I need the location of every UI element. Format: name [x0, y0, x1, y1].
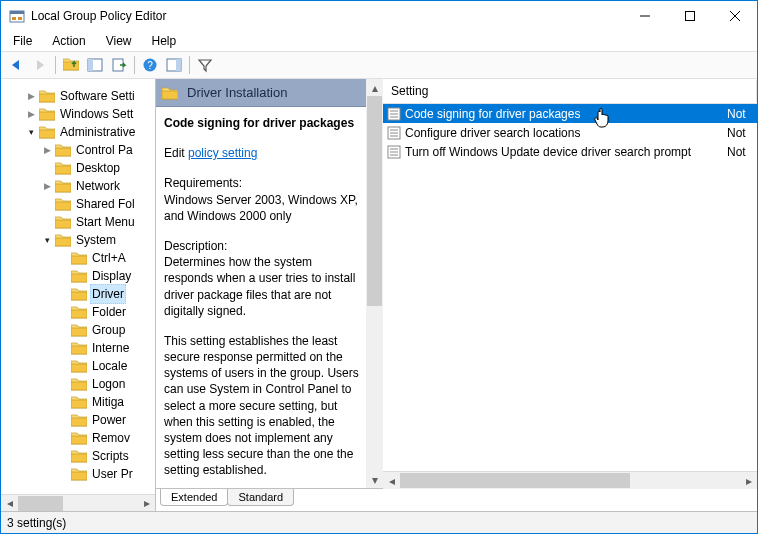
expander-icon[interactable]: ▾: [25, 126, 38, 139]
tree-item[interactable]: ▶Network: [1, 177, 155, 195]
tree-item[interactable]: Shared Fol: [1, 195, 155, 213]
expander-icon[interactable]: [57, 432, 70, 445]
close-button[interactable]: [712, 2, 757, 31]
menu-action[interactable]: Action: [44, 32, 93, 50]
show-hide-tree-button[interactable]: [84, 54, 106, 76]
body: ▶Software Setti▶Windows Sett▾Administrat…: [1, 79, 757, 511]
expander-icon[interactable]: [41, 162, 54, 175]
tree-item[interactable]: Power: [1, 411, 155, 429]
expander-icon[interactable]: [57, 396, 70, 409]
list-row[interactable]: Configure driver search locations Not: [383, 123, 757, 142]
list-hscrollbar[interactable]: ◂ ▸: [383, 471, 757, 488]
scroll-track[interactable]: [400, 472, 740, 489]
scroll-thumb[interactable]: [367, 96, 382, 306]
menu-help[interactable]: Help: [144, 32, 185, 50]
tree-item-label: Remov: [90, 429, 132, 447]
scroll-thumb[interactable]: [18, 496, 63, 511]
toolbar-separator: [134, 56, 135, 74]
description-p1: Determines how the system responds when …: [164, 254, 360, 319]
expander-icon[interactable]: [57, 288, 70, 301]
up-button[interactable]: [60, 54, 82, 76]
tab-standard[interactable]: Standard: [227, 489, 294, 506]
filter-button[interactable]: [194, 54, 216, 76]
tree-item[interactable]: ▶Software Setti: [1, 87, 155, 105]
help-button[interactable]: ?: [139, 54, 161, 76]
menu-file[interactable]: File: [5, 32, 40, 50]
scroll-left-icon[interactable]: ◂: [1, 495, 18, 512]
tree[interactable]: ▶Software Setti▶Windows Sett▾Administrat…: [1, 79, 155, 494]
tree-item[interactable]: Folder: [1, 303, 155, 321]
expander-icon[interactable]: [57, 468, 70, 481]
expander-icon[interactable]: ▶: [25, 108, 38, 121]
tree-item[interactable]: Start Menu: [1, 213, 155, 231]
tree-item[interactable]: Desktop: [1, 159, 155, 177]
setting-icon: [387, 126, 401, 140]
maximize-button[interactable]: [667, 2, 712, 31]
setting-label: Turn off Windows Update device driver se…: [405, 145, 723, 159]
expander-icon[interactable]: ▾: [41, 234, 54, 247]
tree-item[interactable]: Scripts: [1, 447, 155, 465]
column-header-setting[interactable]: Setting: [383, 80, 757, 102]
expander-icon[interactable]: [57, 306, 70, 319]
list-rows[interactable]: Code signing for driver packages Not Con…: [383, 104, 757, 471]
titlebar: Local Group Policy Editor: [1, 1, 757, 31]
expander-icon[interactable]: [57, 324, 70, 337]
show-hide-action-button[interactable]: [163, 54, 185, 76]
forward-button[interactable]: [29, 54, 51, 76]
back-button[interactable]: [5, 54, 27, 76]
list-row[interactable]: Turn off Windows Update device driver se…: [383, 142, 757, 161]
expander-icon[interactable]: [57, 450, 70, 463]
tree-item[interactable]: Interne: [1, 339, 155, 357]
folder-icon: [39, 89, 55, 103]
tree-item[interactable]: ▶Control Pa: [1, 141, 155, 159]
list-row[interactable]: Code signing for driver packages Not: [383, 104, 757, 123]
tree-item[interactable]: ▶Windows Sett: [1, 105, 155, 123]
tree-item[interactable]: ▾System: [1, 231, 155, 249]
tree-item-label: Desktop: [74, 159, 122, 177]
tree-item[interactable]: Remov: [1, 429, 155, 447]
setting-label: Configure driver search locations: [405, 126, 723, 140]
edit-policy-link[interactable]: policy setting: [188, 146, 257, 160]
expander-icon[interactable]: [57, 270, 70, 283]
scroll-track[interactable]: [18, 495, 138, 512]
minimize-button[interactable]: [622, 2, 667, 31]
scroll-down-icon[interactable]: ▾: [366, 471, 383, 488]
expander-icon[interactable]: ▶: [41, 180, 54, 193]
folder-icon: [55, 233, 71, 247]
menu-view[interactable]: View: [98, 32, 140, 50]
tree-item[interactable]: Ctrl+A: [1, 249, 155, 267]
expander-icon[interactable]: [41, 198, 54, 211]
expander-icon[interactable]: [57, 252, 70, 265]
tree-item[interactable]: User Pr: [1, 465, 155, 483]
description-header: Description:: [164, 238, 360, 254]
scroll-right-icon[interactable]: ▸: [740, 472, 757, 489]
tree-item[interactable]: Display: [1, 267, 155, 285]
detail-vscrollbar[interactable]: ▴ ▾: [366, 79, 383, 488]
tree-item[interactable]: Logon: [1, 375, 155, 393]
expander-icon[interactable]: [57, 378, 70, 391]
tree-hscrollbar[interactable]: ◂ ▸: [1, 494, 155, 511]
expander-icon[interactable]: ▶: [41, 144, 54, 157]
scroll-left-icon[interactable]: ◂: [383, 472, 400, 489]
expander-icon[interactable]: [57, 342, 70, 355]
tree-item[interactable]: Locale: [1, 357, 155, 375]
tree-item-label: Power: [90, 411, 128, 429]
detail-body: Code signing for driver packages Edit po…: [156, 107, 366, 488]
expander-icon[interactable]: [57, 360, 70, 373]
tree-item[interactable]: ▾Administrative: [1, 123, 155, 141]
scroll-track[interactable]: [366, 96, 383, 471]
scroll-thumb[interactable]: [400, 473, 630, 488]
export-button[interactable]: [108, 54, 130, 76]
tab-extended[interactable]: Extended: [160, 489, 228, 506]
folder-icon: [71, 395, 87, 409]
expander-icon[interactable]: [57, 414, 70, 427]
expander-icon[interactable]: [41, 216, 54, 229]
scroll-up-icon[interactable]: ▴: [366, 79, 383, 96]
tree-item[interactable]: Driver: [1, 285, 155, 303]
expander-icon[interactable]: ▶: [25, 90, 38, 103]
tree-item[interactable]: Mitiga: [1, 393, 155, 411]
tree-item-label: Control Pa: [74, 141, 135, 159]
tree-item[interactable]: Group: [1, 321, 155, 339]
scroll-right-icon[interactable]: ▸: [138, 495, 155, 512]
setting-state: Not: [727, 145, 753, 159]
